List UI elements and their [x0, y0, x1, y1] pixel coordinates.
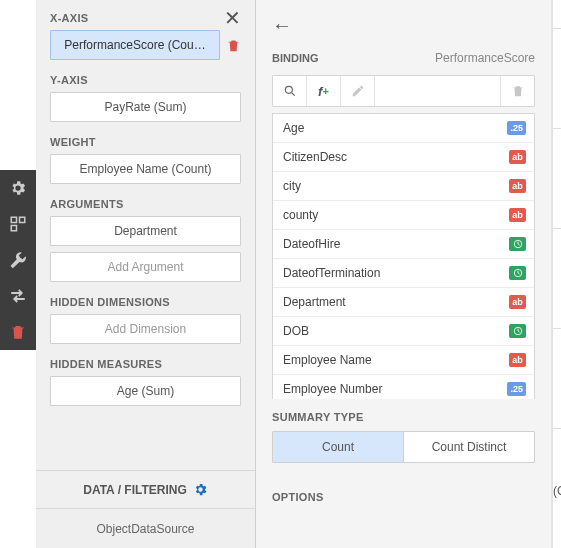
field-name: DOB: [283, 324, 309, 338]
field-row[interactable]: Employee Number.25: [273, 375, 534, 399]
gear-icon[interactable]: [0, 170, 36, 206]
trash-icon[interactable]: [0, 314, 36, 350]
field-row[interactable]: Employee Nameab: [273, 346, 534, 375]
field-type-badge: ab: [509, 150, 526, 164]
back-arrow-icon[interactable]: ←: [272, 14, 292, 37]
hidden-dimensions-label: HIDDEN DIMENSIONS: [50, 296, 241, 308]
field-type-badge: .25: [507, 121, 526, 135]
field-type-badge: [509, 324, 526, 338]
field-row[interactable]: DOB: [273, 317, 534, 346]
field-name: Age: [283, 121, 304, 135]
edit-icon[interactable]: [341, 76, 375, 106]
field-type-badge: ab: [509, 179, 526, 193]
xaxis-field[interactable]: PerformanceScore (Cou…: [50, 30, 220, 60]
field-name: county: [283, 208, 318, 222]
add-argument-button[interactable]: Add Argument: [50, 252, 241, 282]
summary-type-selector: Count Count Distinct: [272, 431, 535, 463]
grid-corner-text: (C: [553, 484, 561, 498]
argument-field[interactable]: Department: [50, 216, 241, 246]
hidden-measure-field[interactable]: Age (Sum): [50, 376, 241, 406]
swap-icon[interactable]: [0, 278, 36, 314]
field-row[interactable]: cityab: [273, 172, 534, 201]
field-type-badge: ab: [509, 295, 526, 309]
field-type-badge: [509, 266, 526, 280]
field-row[interactable]: DateofHire: [273, 230, 534, 259]
field-row[interactable]: DateofTermination: [273, 259, 534, 288]
data-filtering-button[interactable]: DATA / FILTERING: [36, 470, 255, 508]
wrench-icon[interactable]: [0, 242, 36, 278]
clear-binding-icon[interactable]: [500, 76, 534, 106]
binding-name: PerformanceScore: [435, 51, 535, 65]
xaxis-label: X-AXIS: [50, 12, 88, 24]
search-icon[interactable]: [273, 76, 307, 106]
field-name: DateofHire: [283, 237, 340, 251]
options-label: OPTIONS: [272, 491, 535, 503]
weight-label: WEIGHT: [50, 136, 241, 148]
field-name: Department: [283, 295, 346, 309]
svg-rect-0: [11, 217, 16, 222]
summary-type-label: SUMMARY TYPE: [272, 411, 535, 423]
svg-rect-2: [11, 226, 16, 231]
add-dimension-button[interactable]: Add Dimension: [50, 314, 241, 344]
gear-icon: [193, 482, 208, 497]
grid-preview: (C: [552, 0, 561, 548]
field-row[interactable]: countyab: [273, 201, 534, 230]
field-type-badge: ab: [509, 208, 526, 222]
field-name: CitizenDesc: [283, 150, 347, 164]
data-filtering-label: DATA / FILTERING: [83, 483, 187, 497]
field-name: city: [283, 179, 301, 193]
field-name: DateofTermination: [283, 266, 380, 280]
field-type-badge: .25: [507, 382, 526, 396]
field-name: Employee Name: [283, 353, 372, 367]
add-calculated-field-icon[interactable]: f+: [307, 76, 341, 106]
field-name: Employee Number: [283, 382, 382, 396]
binding-toolbar: f+: [272, 75, 535, 107]
svg-point-3: [285, 86, 292, 93]
vertical-toolbar: [0, 170, 36, 350]
layout-icon[interactable]: [0, 206, 36, 242]
xaxis-remove-icon[interactable]: [226, 38, 241, 53]
binding-panel: ← BINDING PerformanceScore f+ Age.25Citi…: [256, 0, 552, 548]
binding-label: BINDING: [272, 52, 318, 64]
yaxis-field[interactable]: PayRate (Sum): [50, 92, 241, 122]
close-icon[interactable]: ✕: [224, 8, 241, 28]
summary-count-button[interactable]: Count: [273, 432, 404, 462]
config-panel: X-AXIS ✕ PerformanceScore (Cou… Y-AXIS P…: [36, 0, 256, 548]
summary-count-distinct-button[interactable]: Count Distinct: [404, 432, 534, 462]
field-row[interactable]: Age.25: [273, 114, 534, 143]
field-type-badge: ab: [509, 353, 526, 367]
field-row[interactable]: CitizenDescab: [273, 143, 534, 172]
field-row[interactable]: Departmentab: [273, 288, 534, 317]
field-type-badge: [509, 237, 526, 251]
yaxis-label: Y-AXIS: [50, 74, 241, 86]
weight-field[interactable]: Employee Name (Count): [50, 154, 241, 184]
datasource-button[interactable]: ObjectDataSource: [36, 508, 255, 548]
hidden-measures-label: HIDDEN MEASURES: [50, 358, 241, 370]
svg-rect-1: [20, 217, 25, 222]
arguments-label: ARGUMENTS: [50, 198, 241, 210]
field-list: Age.25CitizenDescabcityabcountyabDateofH…: [272, 113, 535, 399]
